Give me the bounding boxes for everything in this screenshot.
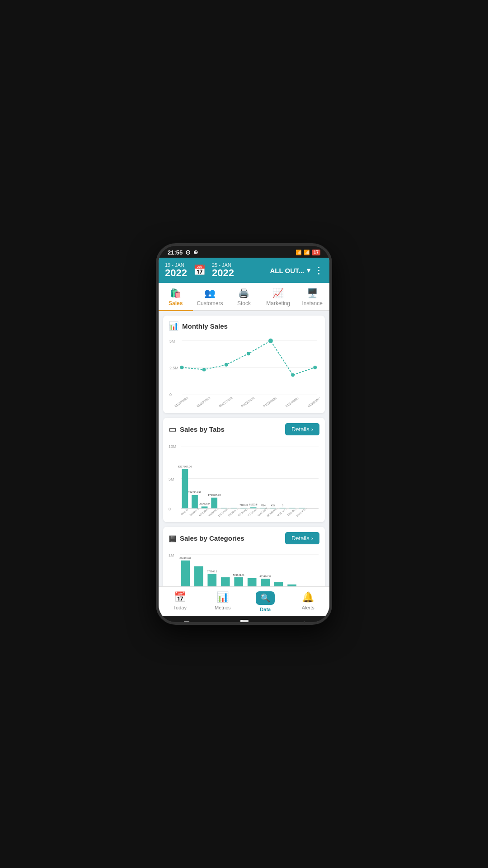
- chevron-right-icon: ›: [311, 426, 313, 433]
- monthly-sales-header: 📊 Monthly Sales: [169, 321, 319, 331]
- tabs-bar-chart-svg: 10M 5M 0 6237707.06: [169, 440, 319, 517]
- categories-details-label: Details: [291, 535, 310, 542]
- sales-by-tabs-title: ▭ Sales by Tabs: [169, 425, 225, 434]
- battery-indicator: 17: [312, 250, 320, 255]
- svg-text:509349.01: 509349.01: [233, 574, 244, 576]
- svg-rect-73: [248, 578, 257, 586]
- svg-text:2147314.97: 2147314.97: [188, 491, 201, 494]
- svg-rect-65: [181, 561, 190, 586]
- svg-rect-67: [194, 566, 203, 586]
- app-screen: 19 - JAN 2022 📅 25 - JAN 2022 ALL OUT...…: [159, 258, 329, 616]
- tab-instance[interactable]: 🖥️ Instance: [295, 283, 329, 310]
- svg-point-12: [291, 373, 295, 377]
- sales-by-categories-header: ▦ Sales by Categories Details ›: [169, 532, 319, 544]
- alerts-icon: 🔔: [302, 591, 314, 603]
- tab-sales[interactable]: 🛍️ Sales: [159, 283, 193, 310]
- svg-point-10: [247, 352, 250, 355]
- sales-by-tabs-header: ▭ Sales by Tabs Details ›: [169, 423, 319, 435]
- svg-text:Dine In: Dine In: [180, 509, 188, 516]
- bottom-nav-metrics[interactable]: 📊 Metrics: [202, 587, 244, 616]
- svg-rect-71: [234, 577, 243, 586]
- svg-rect-74: [261, 579, 270, 586]
- tab-stock-label: Stock: [237, 300, 251, 307]
- metrics-label: Metrics: [215, 605, 230, 610]
- sales-by-categories-details-btn[interactable]: Details ›: [285, 532, 319, 544]
- svg-text:7714: 7714: [261, 505, 266, 507]
- tab-sales-label: Sales: [169, 300, 183, 307]
- svg-text:5M: 5M: [169, 339, 175, 344]
- alerts-label: Alerts: [302, 605, 314, 610]
- phone-frame: 21:55 ⊙ ⊕ 📶 📶 17 19 - JAN 2022 📅 25 - JA…: [156, 243, 332, 625]
- svg-point-9: [225, 363, 228, 367]
- svg-text:01/24/2022: 01/24/2022: [285, 396, 300, 408]
- svg-point-11: [268, 339, 273, 343]
- date-from: 19 - JAN 2022: [165, 262, 187, 278]
- svg-text:01/21/2022: 01/21/2022: [218, 396, 233, 408]
- svg-rect-76: [274, 582, 283, 586]
- main-content: 📊 Monthly Sales 5M 2.5M 0: [159, 311, 329, 586]
- sales-by-categories-title: ▦ Sales by Categories: [169, 533, 244, 543]
- svg-rect-33: [211, 498, 217, 509]
- svg-text:01/25/2022: 01/25/2022: [307, 396, 319, 408]
- tab-navigation: 🛍️ Sales 👥 Customers 🖨️ Stock 📈 Marketin…: [159, 283, 329, 311]
- svg-text:1730655.78: 1730655.78: [208, 494, 221, 496]
- svg-text:5M: 5M: [169, 477, 174, 482]
- tab-customers-label: Customers: [197, 300, 223, 307]
- sales-icon: 🛍️: [170, 288, 181, 298]
- monthly-sales-chart: 5M 2.5M 0: [169, 335, 319, 408]
- svg-text:1M: 1M: [169, 553, 174, 557]
- chevron-down-icon: ▾: [307, 266, 310, 274]
- svg-text:01/20/2022: 01/20/2022: [196, 396, 211, 408]
- tab-stock[interactable]: 🖨️ Stock: [227, 283, 261, 310]
- sales-by-categories-card: ▦ Sales by Categories Details › 1M: [163, 527, 325, 586]
- tab-marketing-label: Marketing: [266, 300, 290, 307]
- svg-text:578145.1: 578145.1: [207, 570, 217, 573]
- bottom-nav-data[interactable]: 🔍 Data: [244, 587, 287, 616]
- system-nav-bar: ☰ ⬜ ◁: [159, 616, 329, 625]
- bottom-nav-today[interactable]: 📅 Today: [159, 587, 202, 616]
- svg-text:10M: 10M: [169, 444, 176, 449]
- svg-text:01/22/2022: 01/22/2022: [240, 396, 255, 408]
- svg-text:01/23/2022: 01/23/2022: [263, 396, 277, 408]
- data-icon: 🔍: [260, 594, 270, 603]
- camera-icon: ⊙: [185, 249, 191, 256]
- svg-rect-70: [221, 577, 230, 586]
- outlet-label: ALL OUT...: [270, 267, 304, 274]
- status-bar: 21:55 ⊙ ⊕ 📶 📶 17: [159, 246, 329, 258]
- date-from-year: 2022: [165, 268, 187, 278]
- data-icon-bg: 🔍: [256, 591, 275, 605]
- marketing-icon: 📈: [272, 288, 284, 298]
- nav-icon: ⊕: [193, 249, 198, 255]
- svg-point-8: [202, 368, 206, 372]
- svg-text:Section 3: Section 3: [189, 507, 199, 517]
- home-icon[interactable]: ⬜: [240, 619, 249, 625]
- time: 21:55: [168, 249, 183, 256]
- svg-point-13: [313, 366, 317, 369]
- back-icon[interactable]: ◁: [299, 619, 305, 625]
- calendar-icon[interactable]: 📅: [193, 264, 206, 276]
- details-label: Details: [291, 426, 310, 433]
- customers-icon: 👥: [204, 288, 216, 298]
- signal-icon-1: 📶: [296, 250, 302, 255]
- app-header: 19 - JAN 2022 📅 25 - JAN 2022 ALL OUT...…: [159, 258, 329, 283]
- metrics-icon: 📊: [216, 591, 229, 603]
- line-chart-svg: 5M 2.5M 0: [169, 335, 319, 408]
- svg-text:81223.8: 81223.8: [249, 504, 258, 506]
- svg-text:475490.37: 475490.37: [259, 575, 271, 578]
- svg-text:435: 435: [271, 505, 275, 507]
- bottom-nav-alerts[interactable]: 🔔 Alerts: [287, 587, 330, 616]
- svg-text:01/19/2022: 01/19/2022: [174, 396, 188, 408]
- sales-by-tabs-details-btn[interactable]: Details ›: [285, 423, 319, 435]
- menu-icon[interactable]: ☰: [183, 619, 190, 625]
- sales-by-tabs-label: Sales by Tabs: [180, 425, 225, 433]
- sales-by-tabs-card: ▭ Sales by Tabs Details › 10M 5M 0: [163, 418, 325, 522]
- date-to: 25 - JAN 2022: [212, 262, 234, 278]
- tab-marketing[interactable]: 📈 Marketing: [261, 283, 296, 310]
- outlet-selector[interactable]: ALL OUT... ▾: [270, 266, 310, 274]
- sales-by-tabs-chart: 10M 5M 0 6237707.06: [169, 440, 319, 517]
- tab-customers[interactable]: 👥 Customers: [193, 283, 227, 310]
- date-to-label: 25 - JAN: [212, 262, 234, 268]
- svg-text:0: 0: [169, 507, 171, 511]
- categories-bar-chart-svg: 1M 866985.03 578145.1: [169, 549, 319, 586]
- more-options-icon[interactable]: ⋮: [314, 265, 323, 276]
